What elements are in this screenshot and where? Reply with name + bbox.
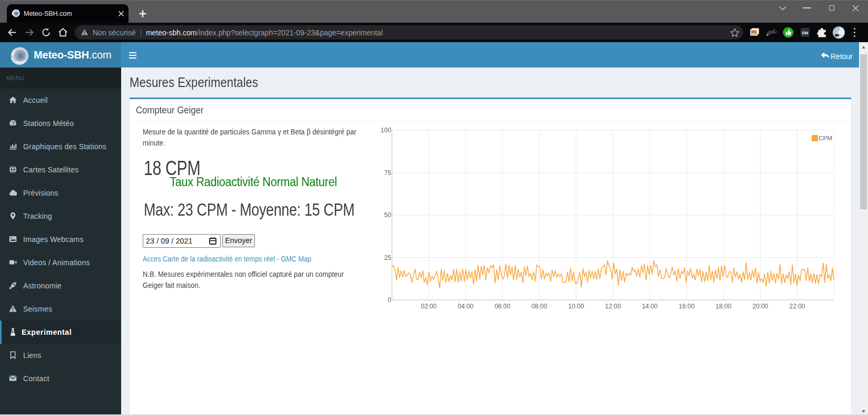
svg-text:12:00: 12:00 [605, 303, 621, 310]
svg-text:50: 50 [384, 211, 391, 219]
svg-text:0: 0 [388, 296, 391, 304]
svg-text:16:00: 16:00 [679, 303, 695, 310]
svg-text:06:00: 06:00 [495, 303, 510, 310]
svg-text:DN: DN [802, 31, 808, 35]
svg-text:22:00: 22:00 [789, 303, 805, 310]
svg-text:04:00: 04:00 [458, 303, 474, 310]
svg-text:14:00: 14:00 [642, 303, 658, 310]
svg-text:18:00: 18:00 [716, 303, 732, 310]
svg-text:08:00: 08:00 [531, 303, 547, 310]
svg-text:20:00: 20:00 [752, 303, 768, 310]
svg-text:10:00: 10:00 [568, 303, 584, 310]
svg-text:25: 25 [384, 254, 391, 262]
svg-text:100: 100 [381, 127, 391, 134]
svg-text:75: 75 [384, 169, 391, 177]
svg-text:CPM: CPM [819, 135, 833, 141]
svg-text:02:00: 02:00 [421, 303, 437, 310]
